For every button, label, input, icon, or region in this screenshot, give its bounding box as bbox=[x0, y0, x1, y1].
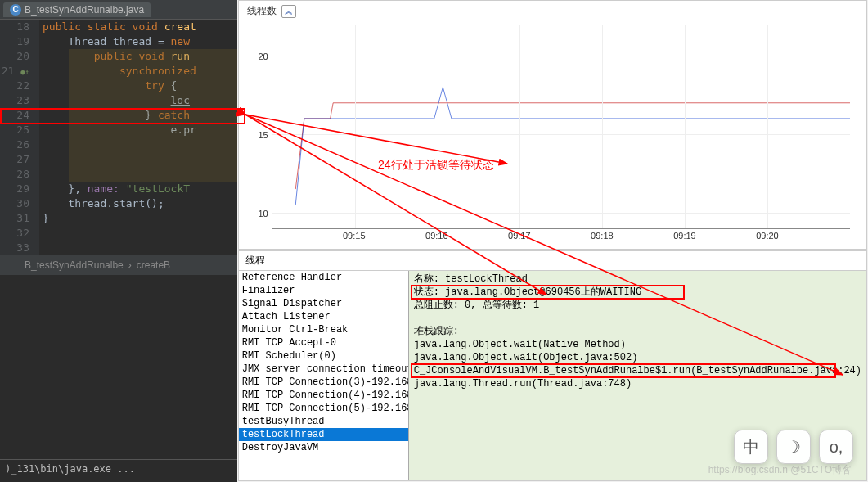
thread-list-item[interactable]: Attach Listener bbox=[239, 310, 408, 323]
chevron-right-icon: › bbox=[128, 259, 132, 271]
editor-pane: C B_testSynAddRunalbe.java 18 19 20 21 ●… bbox=[0, 0, 237, 482]
y-tick: 10 bbox=[258, 209, 268, 218]
stack-line: C_JConsoleAndVisualVM.B_testSynAddRunalb… bbox=[414, 364, 861, 377]
y-tick: 15 bbox=[258, 130, 268, 140]
code-area[interactable]: 18 19 20 21 ●↑ 22 23 24 25 26 27 28 29 3… bbox=[0, 20, 237, 255]
thread-list-item[interactable]: RMI TCP Connection(5)-192.168.30. bbox=[239, 402, 408, 415]
thread-list-item[interactable]: RMI TCP Accept-0 bbox=[239, 336, 408, 349]
java-class-icon: C bbox=[10, 4, 21, 16]
stack-line: java.lang.Object.wait(Object.java:502) bbox=[414, 351, 861, 364]
stack-header: 堆栈跟踪: bbox=[414, 325, 861, 338]
stack-line: java.lang.Object.wait(Native Method) bbox=[414, 338, 861, 351]
thread-list[interactable]: Reference HandlerFinalizerSignal Dispatc… bbox=[239, 271, 409, 480]
y-tick: 20 bbox=[258, 52, 268, 61]
editor-tab[interactable]: C B_testSynAddRunalbe.java bbox=[3, 2, 151, 17]
jconsole-pane: 线程数 ︽ 20 15 10 09:1509:1609:1709:1809:19… bbox=[237, 0, 868, 482]
thread-list-item[interactable]: Signal Dispatcher bbox=[239, 297, 408, 310]
x-tick: 09:18 bbox=[591, 231, 614, 241]
x-tick: 09:17 bbox=[508, 231, 531, 241]
breadcrumb[interactable]: B_testSynAddRunalbe › createB bbox=[0, 255, 237, 275]
tab-title: B_testSynAddRunalbe.java bbox=[25, 4, 144, 16]
thread-list-item[interactable]: JMX server connection timeout 13 bbox=[239, 363, 408, 376]
thread-list-item[interactable]: testLockThread bbox=[239, 428, 408, 441]
punct-icon[interactable]: o, bbox=[819, 430, 853, 464]
x-tick: 09:20 bbox=[756, 231, 779, 241]
thread-list-item[interactable]: DestroyJavaVM bbox=[239, 441, 408, 454]
thread-chart: 线程数 ︽ 20 15 10 09:1509:1609:1709:1809:19… bbox=[238, 0, 867, 250]
code-lines: public static void creat Thread thread =… bbox=[39, 20, 237, 255]
watermark: https://blog.csdn.n @51CTO博客 bbox=[708, 463, 852, 477]
breadcrumb-method: createB bbox=[137, 259, 170, 271]
thread-list-item[interactable]: RMI Scheduler(0) bbox=[239, 349, 408, 363]
x-tick: 09:16 bbox=[425, 231, 448, 241]
chart-body[interactable]: 20 15 10 09:1509:1609:1709:1809:1909:20 bbox=[272, 25, 850, 246]
gutter: 18 19 20 21 ●↑ 22 23 24 25 26 27 28 29 3… bbox=[0, 20, 39, 255]
thread-list-item[interactable]: Finalizer bbox=[239, 284, 408, 297]
thread-name-line: 名称: testLockThread bbox=[414, 273, 861, 286]
terminal-line: )_131\bin\java.exe ... bbox=[0, 459, 237, 482]
moon-icon[interactable]: ☽ bbox=[776, 430, 811, 464]
float-toolbar: 中 ☽ o, bbox=[734, 430, 853, 464]
ime-icon[interactable]: 中 bbox=[734, 430, 768, 464]
stack-line: java.lang.Thread.run(Thread.java:748) bbox=[414, 377, 861, 390]
annotation-text: 24行处于活锁等待状态 bbox=[378, 158, 494, 173]
x-tick: 09:15 bbox=[343, 231, 366, 241]
breadcrumb-class: B_testSynAddRunalbe bbox=[25, 259, 124, 271]
thread-state-line: 状态: java.lang.Object@690456上的WAITING bbox=[414, 286, 861, 299]
thread-block-line: 总阻止数: 0, 总等待数: 1 bbox=[414, 299, 861, 312]
thread-list-item[interactable]: testBusyThread bbox=[239, 415, 408, 428]
thread-list-item[interactable]: RMI TCP Connection(3)-192.168.30. bbox=[239, 376, 408, 389]
editor-tab-bar: C B_testSynAddRunalbe.java bbox=[0, 0, 237, 20]
chart-title: 线程数 bbox=[247, 4, 277, 18]
collapse-icon[interactable]: ︽ bbox=[281, 5, 296, 18]
thread-list-item[interactable]: Monitor Ctrl-Break bbox=[239, 323, 408, 336]
thread-list-item[interactable]: Reference Handler bbox=[239, 271, 408, 284]
x-tick: 09:19 bbox=[673, 231, 696, 241]
thread-list-item[interactable]: RMI TCP Connection(4)-192.168.30. bbox=[239, 389, 408, 402]
thread-header: 线程 bbox=[239, 251, 866, 271]
